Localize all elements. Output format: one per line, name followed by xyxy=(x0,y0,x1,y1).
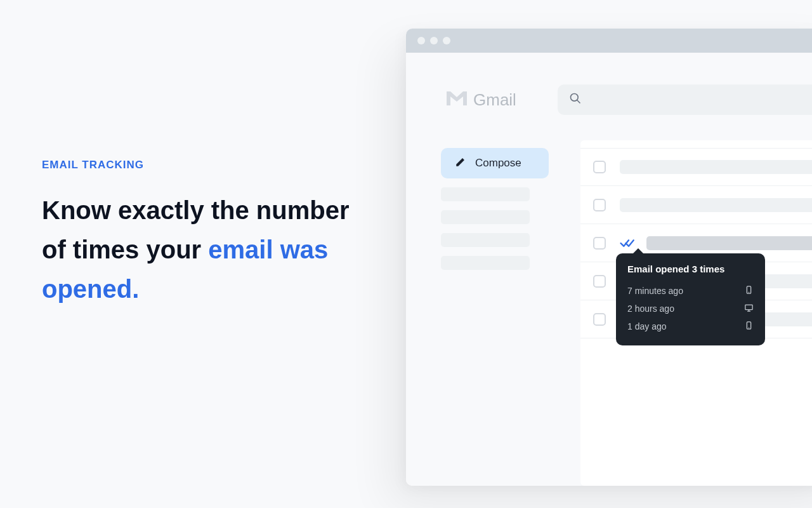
gmail-logo[interactable]: Gmail xyxy=(444,89,516,110)
window-control-minimize[interactable] xyxy=(430,37,438,44)
tooltip-time: 1 day ago xyxy=(627,321,667,331)
window-titlebar xyxy=(406,29,812,53)
search-icon xyxy=(569,92,582,107)
app-body: Gmail xyxy=(406,53,812,486)
window-control-maximize[interactable] xyxy=(443,37,450,44)
double-check-icon[interactable] xyxy=(620,238,638,248)
mail-subject-placeholder xyxy=(646,236,812,250)
window-control-close[interactable] xyxy=(417,37,425,44)
pencil-icon xyxy=(455,156,466,171)
svg-line-1 xyxy=(577,100,580,104)
mail-subject-placeholder xyxy=(620,160,812,174)
tooltip-time: 7 minutes ago xyxy=(627,286,683,296)
nav-item-placeholder[interactable] xyxy=(441,233,530,247)
mobile-icon xyxy=(744,321,754,333)
browser-window: Gmail xyxy=(406,29,812,486)
gmail-header: Gmail xyxy=(406,53,812,140)
mail-list: Email opened 3 times 7 minutes ago 2 hou… xyxy=(580,140,812,486)
sidebar: Compose xyxy=(441,140,549,486)
eyebrow-label: EMAIL TRACKING xyxy=(42,159,359,171)
svg-point-0 xyxy=(570,94,578,102)
content-row: Compose xyxy=(406,140,812,486)
mail-row[interactable] xyxy=(580,186,812,224)
search-input[interactable] xyxy=(558,84,812,115)
gmail-m-icon xyxy=(444,89,469,110)
headline: Know exactly the number of times your em… xyxy=(42,190,359,309)
tooltip-title: Email opened 3 times xyxy=(627,264,754,274)
tracking-tooltip: Email opened 3 times 7 minutes ago 2 hou… xyxy=(616,253,765,345)
mail-row[interactable] xyxy=(580,148,812,186)
desktop-icon xyxy=(744,303,754,315)
tooltip-time: 2 hours ago xyxy=(627,304,674,314)
mail-subject-placeholder xyxy=(620,198,812,212)
compose-button[interactable]: Compose xyxy=(441,148,549,178)
tooltip-entry: 2 hours ago xyxy=(627,300,754,318)
tooltip-entry: 7 minutes ago xyxy=(627,282,754,300)
marketing-copy: EMAIL TRACKING Know exactly the number o… xyxy=(42,159,359,309)
select-checkbox[interactable] xyxy=(593,275,606,288)
gmail-logo-text: Gmail xyxy=(473,90,516,110)
select-checkbox[interactable] xyxy=(593,199,606,211)
select-checkbox[interactable] xyxy=(593,161,606,173)
tooltip-entry: 1 day ago xyxy=(627,318,754,335)
nav-item-placeholder[interactable] xyxy=(441,210,530,224)
select-checkbox[interactable] xyxy=(593,313,606,326)
nav-item-placeholder[interactable] xyxy=(441,187,530,201)
mobile-icon xyxy=(744,285,754,297)
svg-rect-4 xyxy=(745,305,752,310)
compose-label: Compose xyxy=(475,157,521,170)
select-checkbox[interactable] xyxy=(593,237,606,250)
nav-item-placeholder[interactable] xyxy=(441,256,530,270)
